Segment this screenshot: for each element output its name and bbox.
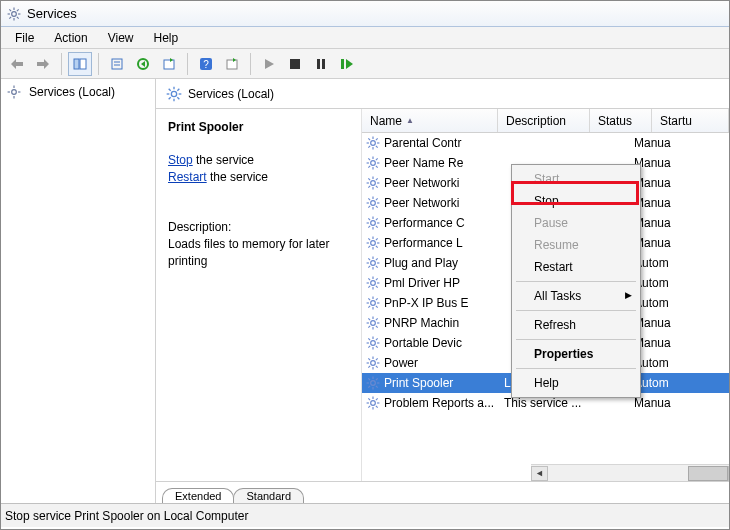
toolbar-separator (187, 53, 188, 75)
gear-icon (366, 336, 380, 350)
forward-button[interactable] (31, 52, 55, 76)
ctx-all-tasks[interactable]: All Tasks▶ (514, 285, 638, 307)
stop-service-button[interactable] (283, 52, 307, 76)
ctx-divider (516, 310, 636, 311)
gear-icon (366, 396, 380, 410)
menu-view[interactable]: View (98, 29, 144, 47)
back-button[interactable] (5, 52, 29, 76)
stop-service-link[interactable]: Stop (168, 153, 193, 167)
row-name: Problem Reports a... (384, 396, 504, 410)
svg-point-46 (371, 161, 376, 166)
svg-line-159 (368, 398, 370, 400)
scroll-track[interactable] (548, 466, 712, 481)
tab-standard[interactable]: Standard (233, 488, 304, 503)
gear-icon (366, 136, 380, 150)
content-header: Services (Local) (156, 79, 729, 109)
svg-line-117 (376, 298, 378, 300)
nav-services-local[interactable]: Services (Local) (3, 83, 153, 101)
tab-extended[interactable]: Extended (162, 488, 234, 503)
svg-rect-21 (322, 59, 325, 69)
scroll-thumb[interactable] (688, 466, 728, 481)
row-name: Parental Contr (384, 136, 504, 150)
pause-service-button[interactable] (309, 52, 333, 76)
svg-point-145 (371, 381, 376, 386)
export-button[interactable] (131, 52, 155, 76)
svg-point-91 (371, 261, 376, 266)
svg-line-53 (368, 166, 370, 168)
menu-action[interactable]: Action (44, 29, 97, 47)
svg-line-8 (17, 9, 19, 11)
start-service-button[interactable] (257, 52, 281, 76)
context-menu: Start Stop Pause Resume Restart All Task… (511, 164, 641, 398)
svg-line-144 (376, 358, 378, 360)
svg-line-6 (17, 17, 19, 19)
gear-icon (366, 216, 380, 230)
svg-line-70 (376, 206, 378, 208)
svg-point-100 (371, 281, 376, 286)
row-startup: Autom (634, 376, 684, 390)
svg-line-123 (368, 318, 370, 320)
column-startup[interactable]: Startu (652, 109, 729, 132)
title-bar: Services (1, 1, 729, 27)
service-row[interactable]: Parental ContrManua (362, 133, 729, 153)
ctx-start: Start (514, 168, 638, 190)
svg-point-109 (371, 301, 376, 306)
svg-line-89 (368, 246, 370, 248)
svg-line-79 (376, 226, 378, 228)
svg-line-141 (368, 358, 370, 360)
services-icon (7, 7, 21, 21)
ctx-properties[interactable]: Properties (514, 343, 638, 365)
nav-item-label: Services (Local) (29, 85, 115, 99)
ctx-refresh[interactable]: Refresh (514, 314, 638, 336)
svg-line-36 (177, 88, 179, 90)
content-heading: Services (Local) (188, 87, 274, 101)
properties-button[interactable] (105, 52, 129, 76)
svg-rect-18 (227, 60, 237, 69)
row-startup: Manua (634, 236, 684, 250)
column-name[interactable]: Name▲ (362, 109, 498, 132)
gear-icon (366, 276, 380, 290)
gear-icon (366, 176, 380, 190)
submenu-arrow-icon: ▶ (625, 290, 632, 300)
svg-point-154 (371, 401, 376, 406)
horizontal-scrollbar[interactable]: ◄ ► (531, 464, 729, 481)
row-startup: Autom (634, 276, 684, 290)
refresh-button[interactable] (157, 52, 181, 76)
action-menu-button[interactable] (220, 52, 244, 76)
show-hide-tree-button[interactable] (68, 52, 92, 76)
svg-line-132 (368, 338, 370, 340)
column-description[interactable]: Description (498, 109, 590, 132)
svg-line-126 (376, 318, 378, 320)
window-title: Services (27, 6, 77, 21)
scroll-left-button[interactable]: ◄ (531, 466, 548, 481)
svg-line-152 (368, 386, 370, 388)
ctx-restart[interactable]: Restart (514, 256, 638, 278)
help-button[interactable]: ? (194, 52, 218, 76)
column-status[interactable]: Status (590, 109, 652, 132)
restart-service-link[interactable]: Restart (168, 170, 207, 184)
gear-icon (366, 376, 380, 390)
row-startup: Manua (634, 216, 684, 230)
gear-icon (366, 356, 380, 370)
gear-icon (7, 85, 21, 99)
gear-icon (366, 316, 380, 330)
menu-help[interactable]: Help (144, 29, 189, 47)
row-startup: Manua (634, 316, 684, 330)
svg-line-107 (368, 286, 370, 288)
svg-point-73 (371, 221, 376, 226)
restart-service-button[interactable] (335, 52, 359, 76)
svg-rect-15 (164, 60, 174, 69)
svg-rect-9 (74, 59, 79, 69)
ctx-pause: Pause (514, 212, 638, 234)
ctx-help[interactable]: Help (514, 372, 638, 394)
svg-line-42 (368, 138, 370, 140)
gear-icon (366, 256, 380, 270)
svg-line-61 (376, 186, 378, 188)
svg-line-124 (376, 326, 378, 328)
ctx-divider (516, 339, 636, 340)
ctx-stop[interactable]: Stop (514, 190, 638, 212)
svg-line-161 (368, 406, 370, 408)
menu-file[interactable]: File (5, 29, 44, 47)
svg-line-90 (376, 238, 378, 240)
svg-point-118 (371, 321, 376, 326)
